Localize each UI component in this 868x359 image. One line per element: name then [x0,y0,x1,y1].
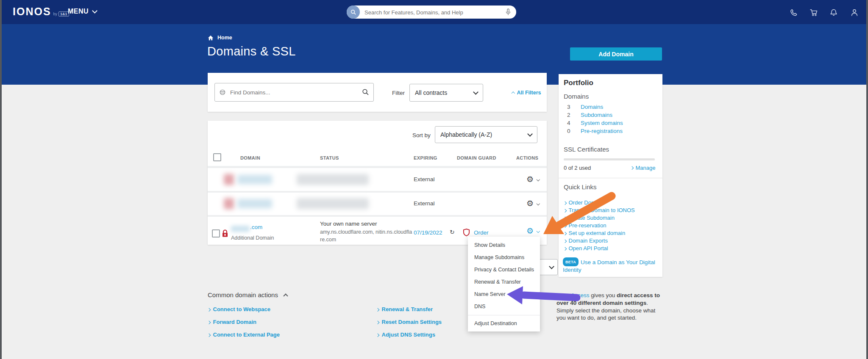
redacted-domain-icon [224,174,234,185]
window-edge-right [866,0,868,359]
gear-actions-icon[interactable]: ⚙ [526,175,534,183]
status-title: Your own name server [320,221,413,227]
chevron-down-icon [549,264,554,269]
find-domains-input[interactable] [214,83,374,102]
gear-actions-icon[interactable]: ⚙ [526,199,534,207]
contracts-select-value: All contracts [415,89,447,96]
redacted-domain-name [231,226,250,232]
auto-renew-icon: ↻ [450,229,455,235]
link-forward-domain[interactable]: Forward Domain [208,319,256,325]
redacted-domain-name [237,199,272,208]
select-all-checkbox[interactable] [213,153,221,161]
chevron-right-icon [563,201,567,204]
common-actions-title: Common domain actions [208,291,278,298]
column-header-actions: ACTIONS [516,155,538,160]
sort-by-label: Sort by [412,132,431,138]
portfolio-link-system-domains[interactable]: System domains [581,120,623,126]
link-connect-external-page[interactable]: Connect to External Page [208,331,280,338]
find-domains-field [214,83,374,102]
chevron-right-icon [630,166,634,170]
column-header-domain-guard: DOMAIN GUARD [457,155,496,160]
add-domain-button[interactable]: Add Domain [570,47,662,61]
quick-link-open-api-portal[interactable]: Open API Portal [564,245,608,251]
breadcrumb[interactable]: Home [208,35,232,41]
find-search-icon[interactable] [362,88,369,96]
ssl-manage-link[interactable]: Manage [631,165,655,171]
menu-item-name-server[interactable]: Name Server [468,288,540,301]
redacted-status [297,198,369,209]
expiring-date-link[interactable]: 07/19/2022 [414,229,442,236]
menu-button[interactable]: MENU [68,8,97,15]
menu-separator [468,315,540,315]
chevron-right-icon [563,232,567,235]
column-header-domain: DOMAIN [240,155,260,160]
menu-item-manage-subdomains[interactable]: Manage Subdomains [468,251,540,264]
redacted-status [297,174,369,185]
search-icon[interactable] [347,6,360,19]
table-row[interactable]: External ⚙ [208,193,547,215]
menu-item-renewal-transfer[interactable]: Renewal & Transfer [468,276,540,288]
domain-link[interactable]: .com [250,224,262,230]
beta-digital-identity-link[interactable]: BETAUse a Domain as Your Digital Identit… [563,257,661,274]
expiring-value: External [414,200,435,207]
beta-badge: BETA [563,257,579,266]
chevron-right-icon [376,308,379,311]
global-search-input[interactable] [364,6,497,19]
ssl-usage-text: 0 of 2 used [564,165,591,171]
table-row[interactable]: External ⚙ [208,168,547,191]
shield-icon [463,228,470,237]
row-checkbox[interactable] [212,229,220,237]
chevron-right-icon [376,333,379,337]
cart-icon[interactable] [810,8,818,17]
domain-globe-icon [219,89,226,96]
sort-select-value: Alphabetically (A-Z) [440,131,492,138]
menu-item-show-details[interactable]: Show Details [468,239,540,251]
chevron-down-icon [92,8,97,14]
link-renewal-transfer[interactable]: Renewal & Transfer [376,306,433,312]
chevron-down-icon[interactable] [537,229,540,233]
menu-item-dns[interactable]: DNS [468,301,540,313]
contracts-select[interactable]: All contracts [409,84,483,102]
portfolio-link-pre-registrations[interactable]: Pre-registrations [581,128,623,134]
count-value: 4 [567,120,570,126]
link-adjust-dns-settings[interactable]: Adjust DNS Settings [376,331,435,338]
user-icon[interactable] [850,8,859,17]
ionos-logo[interactable]: IONOS by 1&1 [13,6,69,18]
chevron-down-icon[interactable] [537,202,540,205]
order-domain-guard-link[interactable]: Order [474,229,489,236]
menu-item-adjust-destination[interactable]: Adjust Destination [468,317,540,330]
all-filters-toggle[interactable]: All Filters [512,90,541,96]
chevron-right-icon [207,320,211,324]
quick-link-setup-external-domain[interactable]: Set up external domain [564,230,625,236]
microphone-icon[interactable] [505,8,512,16]
quick-link-pre-reservation[interactable]: Pre-reservation [564,222,606,229]
all-filters-label: All Filters [517,90,541,96]
portfolio-link-subdomains[interactable]: Subdomains [581,112,612,118]
top-navbar: IONOS by 1&1 MENU [0,0,868,24]
quick-link-transfer-domain[interactable]: Transfer Domain to IONOS [564,207,635,213]
menu-item-privacy-contact[interactable]: Privacy & Contact Details [468,264,540,276]
link-connect-webspace[interactable]: Connect to Webspace [208,306,270,312]
access-link[interactable]: Access [571,292,590,298]
chevron-right-icon [563,239,567,243]
sort-select[interactable]: Alphabetically (A-Z) [435,126,537,143]
quick-link-domain-exports[interactable]: Domain Exports [564,237,608,244]
phone-icon[interactable] [789,8,798,17]
portfolio-link-domains[interactable]: Domains [581,104,603,110]
quick-link-create-subdomain[interactable]: Create Subdomain [564,215,615,221]
gear-actions-icon-active[interactable]: ⚙ [526,227,534,235]
chevron-down-icon[interactable] [537,178,540,181]
bell-icon[interactable] [829,8,838,17]
portfolio-domains-heading: Domains [564,93,589,100]
ssl-heading: SSL Certificates [564,146,609,153]
column-header-expiring: EXPIRING [414,155,437,160]
chevron-right-icon [563,209,567,212]
logo-by-text: by [53,12,58,16]
link-reset-domain-settings[interactable]: Reset Domain Settings [376,319,442,325]
portfolio-title: Portfolio [564,79,593,87]
column-header-status: STATUS [320,155,339,160]
quick-links-heading: Quick Links [564,183,597,191]
quick-link-order-domain[interactable]: Order Domain [564,199,603,206]
common-actions-toggle[interactable]: Common domain actions [208,291,287,298]
status-detail: amy.ns.cloudflare.com, nitin.ns.cloudfla… [320,228,413,243]
